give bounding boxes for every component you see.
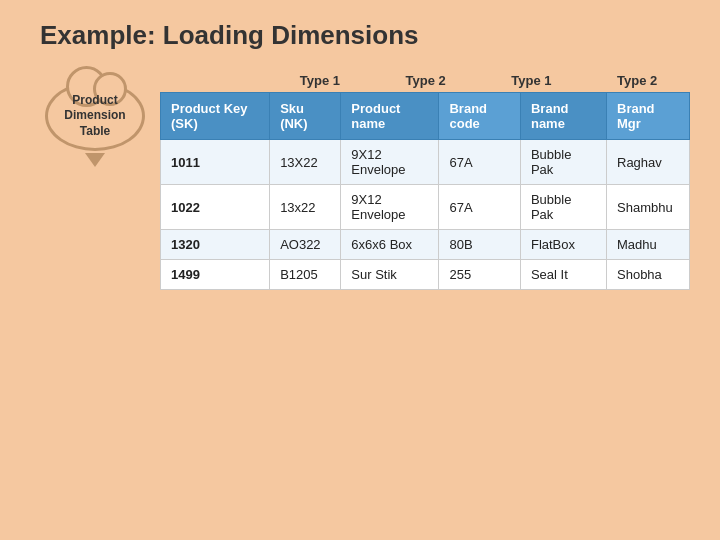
table-row: 1499 B1205 Sur Stik 255 Seal It Shobha (161, 260, 690, 290)
cell-key: 1320 (161, 230, 270, 260)
cell-brand-name: Bubble Pak (520, 185, 606, 230)
cell-sku: 13x22 (270, 185, 341, 230)
cell-brand-code: 255 (439, 260, 520, 290)
cell-brand-code: 67A (439, 140, 520, 185)
cell-sku: 13X22 (270, 140, 341, 185)
type2-label-1: Type 2 (373, 71, 479, 90)
slide: Example: Loading Dimensions Product Dime… (0, 0, 720, 540)
header-brand-name: Brand name (520, 93, 606, 140)
cell-product: 6x6x6 Box (341, 230, 439, 260)
header-row: Product Key (SK) Sku (NK) Product name B… (161, 93, 690, 140)
dimensions-table: Product Key (SK) Sku (NK) Product name B… (160, 92, 690, 290)
cell-brand-code: 67A (439, 185, 520, 230)
header-spacer (160, 71, 267, 90)
table-body: 1011 13X22 9X12 Envelope 67A Bubble Pak … (161, 140, 690, 290)
cell-brand-mgr: Madhu (607, 230, 690, 260)
header-brand-code: Brand code (439, 93, 520, 140)
cloud-label: Product Dimension Table (64, 93, 125, 140)
cell-product: 9X12 Envelope (341, 185, 439, 230)
table-header: Product Key (SK) Sku (NK) Product name B… (161, 93, 690, 140)
content-area: Product Dimension Table Type 1 Type 2 Ty… (30, 71, 690, 290)
cell-brand-mgr: Shambhu (607, 185, 690, 230)
type-header-row: Type 1 Type 2 Type 1 Type 2 (160, 71, 690, 90)
header-product-key: Product Key (SK) (161, 93, 270, 140)
cell-brand-code: 80B (439, 230, 520, 260)
cell-key: 1499 (161, 260, 270, 290)
arrow-down-icon (85, 153, 105, 167)
cell-sku: AO322 (270, 230, 341, 260)
header-sku: Sku (NK) (270, 93, 341, 140)
cell-product: Sur Stik (341, 260, 439, 290)
cell-key: 1011 (161, 140, 270, 185)
table-row: 1022 13x22 9X12 Envelope 67A Bubble Pak … (161, 185, 690, 230)
cell-brand-name: Seal It (520, 260, 606, 290)
header-product-name: Product name (341, 93, 439, 140)
header-brand-mgr: Brand Mgr (607, 93, 690, 140)
cell-product: 9X12 Envelope (341, 140, 439, 185)
cell-sku: B1205 (270, 260, 341, 290)
type1-label-1: Type 1 (267, 71, 373, 90)
cell-brand-mgr: Shobha (607, 260, 690, 290)
cell-brand-name: Bubble Pak (520, 140, 606, 185)
cloud-column: Product Dimension Table (30, 71, 160, 167)
page-title: Example: Loading Dimensions (30, 20, 690, 51)
cloud-shape: Product Dimension Table (45, 81, 145, 151)
table-row: 1320 AO322 6x6x6 Box 80B FlatBox Madhu (161, 230, 690, 260)
type2-label-2: Type 2 (584, 71, 690, 90)
cell-brand-name: FlatBox (520, 230, 606, 260)
cell-brand-mgr: Raghav (607, 140, 690, 185)
table-row: 1011 13X22 9X12 Envelope 67A Bubble Pak … (161, 140, 690, 185)
type1-label-2: Type 1 (479, 71, 585, 90)
table-section: Type 1 Type 2 Type 1 Type 2 Product Key … (160, 71, 690, 290)
cell-key: 1022 (161, 185, 270, 230)
